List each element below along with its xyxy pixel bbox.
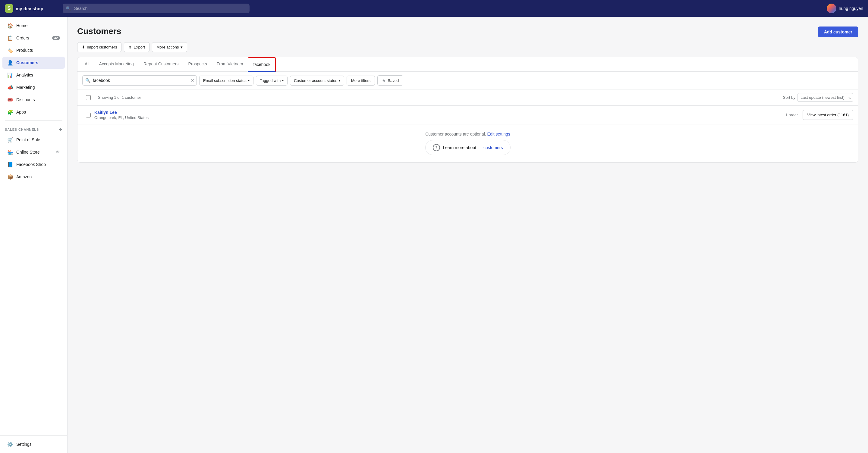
channel-label: Amazon [16,174,32,179]
page-header: Customers Add customer [77,27,858,37]
clear-search-icon[interactable]: ✕ [191,78,194,83]
sidebar-label: Orders [16,36,29,40]
sidebar-item-customers[interactable]: 👤 Customers [2,57,65,69]
edit-settings-link[interactable]: Edit settings [487,132,510,136]
user-name: hung nguyen [839,6,863,11]
visibility-icon: 👁 [56,150,60,155]
facebook-shop-icon: 📘 [7,161,13,167]
chevron-down-icon: ▾ [181,45,183,50]
sidebar-item-settings[interactable]: ⚙️ Settings [2,438,65,450]
settings-icon: ⚙️ [7,441,13,447]
export-button[interactable]: ⬆ Export [124,42,150,52]
account-optional-text: Customer accounts are optional. Edit set… [82,132,853,136]
customers-icon: 👤 [7,60,13,66]
top-navigation: S my dev shop 🔍 hung nguyen [0,0,868,17]
sidebar-item-apps[interactable]: 🧩 Apps [2,106,65,118]
brand-logo[interactable]: S my dev shop [5,4,59,13]
footer-info: Customer accounts are optional. Edit set… [78,124,858,162]
channel-label: Online Store [16,150,40,155]
customer-orders-count: 1 order [785,112,798,117]
customers-learn-more-link[interactable]: customers [484,145,503,150]
view-latest-order-button[interactable]: View latest order (1161) [803,110,853,120]
table-row: Kaitlyn Lee Orange park, FL, United Stat… [78,106,858,124]
sidebar-label: Apps [16,110,26,115]
apps-icon: 🧩 [7,109,13,115]
more-actions-button[interactable]: More actions ▾ [152,42,187,52]
sidebar-label: Customers [16,60,38,65]
customer-search-input[interactable] [82,75,197,86]
pos-icon: 🛒 [7,137,13,143]
row-checkbox-cell [82,112,94,118]
sidebar-label: Products [16,48,33,53]
discounts-icon: 🎟️ [7,97,13,103]
sidebar-item-pos[interactable]: 🛒 Point of Sale [2,134,65,146]
tagged-with-filter[interactable]: Tagged with ▾ [256,75,287,86]
select-all-checkbox-cell [82,95,94,100]
sidebar-bottom: ⚙️ Settings [0,435,67,453]
home-icon: 🏠 [7,23,13,29]
customer-account-status-filter[interactable]: Customer account status ▾ [290,75,344,86]
tab-facebook[interactable]: facebook [248,57,276,72]
customer-info: Kaitlyn Lee Orange park, FL, United Stat… [94,110,785,120]
customer-list: Kaitlyn Lee Orange park, FL, United Stat… [78,106,858,124]
sort-select[interactable]: Last update (newest first) [797,93,853,102]
sidebar-item-discounts[interactable]: 🎟️ Discounts [2,94,65,106]
sidebar: 🏠 Home 📋 Orders 42 🏷️ Products 👤 Custome… [0,17,67,453]
analytics-icon: 📊 [7,72,13,78]
tab-repeat-customers[interactable]: Repeat Customers [138,57,184,72]
online-store-icon: 🏪 [7,149,13,155]
search-icon: 🔍 [66,6,71,11]
orders-badge: 42 [52,36,60,40]
learn-more-card: ? Learn more about customers [425,140,510,155]
sidebar-label: Discounts [16,97,35,102]
search-bar: 🔍 [63,4,250,13]
sort-wrap: Last update (newest first) ⇅ [783,93,853,102]
chevron-down-icon: ▾ [282,79,284,82]
page-actions: Add customer [818,27,858,37]
chevron-down-icon: ▾ [339,79,340,82]
tab-all[interactable]: All [80,57,94,72]
sidebar-item-amazon[interactable]: 📦 Amazon [2,171,65,183]
import-customers-button[interactable]: ⬇ Import customers [77,42,121,52]
sidebar-item-products[interactable]: 🏷️ Products [2,44,65,56]
add-sales-channel-button[interactable]: + [59,127,62,132]
tab-accepts-marketing[interactable]: Accepts Marketing [94,57,138,72]
customer-name[interactable]: Kaitlyn Lee [94,110,785,115]
channel-label: Facebook Shop [16,162,46,167]
main-content: Customers Add customer ⬇ Import customer… [67,17,868,453]
channel-label: Point of Sale [16,137,40,142]
marketing-icon: 📣 [7,84,13,90]
sales-channels-section: SALES CHANNELS + [0,123,67,133]
customers-card: AllAccepts MarketingRepeat CustomersPros… [77,57,858,163]
customer-location: Orange park, FL, United States [94,116,785,120]
sidebar-item-orders[interactable]: 📋 Orders 42 [2,32,65,44]
more-filters-button[interactable]: More filters [347,75,375,86]
showing-count: Showing 1 of 1 customer [98,95,141,100]
sidebar-item-online-store[interactable]: 🏪 Online Store 👁 [2,146,65,158]
customer-search-wrap: 🔍 ✕ [82,75,197,86]
amazon-icon: 📦 [7,174,13,180]
tabs-bar: AllAccepts MarketingRepeat CustomersPros… [78,57,858,72]
add-customer-button[interactable]: Add customer [818,27,858,37]
tab-from-vietnam[interactable]: From Vietnam [212,57,248,72]
sidebar-label: Home [16,23,27,28]
user-menu[interactable]: hung nguyen [827,4,863,13]
sidebar-item-marketing[interactable]: 📣 Marketing [2,81,65,93]
star-icon: ★ [382,78,386,83]
sidebar-item-analytics[interactable]: 📊 Analytics [2,69,65,81]
search-input[interactable] [63,4,250,13]
search-icon-inner: 🔍 [85,78,90,83]
select-all-checkbox[interactable] [86,95,91,100]
chevron-down-icon: ▾ [248,79,250,82]
tab-prospects[interactable]: Prospects [183,57,212,72]
table-meta-left: Showing 1 of 1 customer [82,95,141,100]
filter-bar: 🔍 ✕ Email subscription status ▾ Tagged w… [78,72,858,90]
brand-name: my dev shop [16,6,43,11]
sidebar-item-home[interactable]: 🏠 Home [2,20,65,32]
row-checkbox[interactable] [86,112,91,118]
sidebar-label: Analytics [16,73,33,77]
toolbar: ⬇ Import customers ⬆ Export More actions… [77,42,858,52]
saved-button[interactable]: ★ Saved [377,75,403,86]
email-subscription-filter[interactable]: Email subscription status ▾ [199,75,253,86]
sidebar-item-facebook-shop[interactable]: 📘 Facebook Shop [2,158,65,170]
